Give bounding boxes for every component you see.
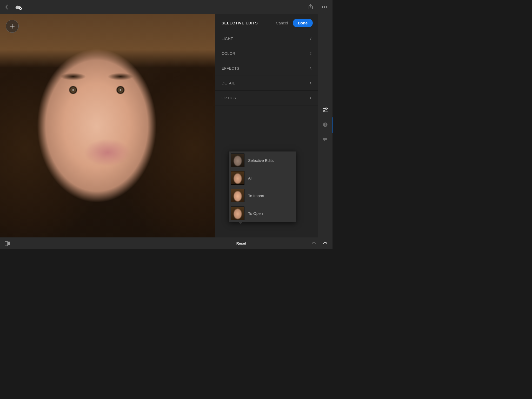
svg-point-3	[326, 6, 328, 8]
share-button[interactable]	[308, 4, 313, 10]
back-button[interactable]	[5, 4, 9, 10]
right-rail	[318, 14, 332, 237]
svg-point-7	[325, 123, 326, 124]
compare-icon	[5, 241, 10, 246]
section-label: LIGHT	[222, 37, 233, 41]
caret-left-icon	[310, 67, 312, 70]
preview-thumb	[231, 171, 244, 185]
undo-button[interactable]	[322, 241, 328, 245]
main-area: SELECTIVE EDITS Cancel Done LIGHT COLOR …	[0, 14, 332, 237]
section-effects[interactable]: EFFECTS	[215, 61, 318, 76]
svg-rect-10	[8, 242, 10, 245]
reset-button[interactable]: Reset	[236, 241, 246, 245]
info-button[interactable]	[323, 122, 328, 127]
plus-icon	[9, 23, 15, 29]
done-button[interactable]: Done	[293, 19, 313, 27]
redo-button[interactable]	[311, 241, 317, 245]
section-optics[interactable]: OPTICS	[215, 91, 318, 105]
menu-label: To Import	[248, 194, 264, 198]
reset-menu-item-open[interactable]: To Open	[229, 204, 296, 222]
more-icon	[322, 6, 328, 8]
caret-left-icon	[310, 37, 312, 40]
caret-left-icon	[310, 82, 312, 85]
top-toolbar	[0, 0, 332, 14]
cloud-add-icon	[15, 4, 22, 10]
undo-icon	[322, 241, 328, 245]
share-icon	[308, 4, 313, 10]
bottom-toolbar: Reset	[0, 237, 332, 249]
comment-button[interactable]	[323, 137, 328, 142]
caret-left-icon	[310, 52, 312, 55]
svg-rect-9	[5, 242, 7, 245]
section-label: COLOR	[222, 51, 235, 56]
caret-left-icon	[310, 96, 312, 99]
cloud-sync-button[interactable]	[15, 4, 22, 10]
section-color[interactable]: COLOR	[215, 46, 318, 61]
panel-header: SELECTIVE EDITS Cancel Done	[215, 14, 318, 31]
preview-thumb	[231, 207, 244, 220]
reset-menu-item-selective[interactable]: Selective Edits	[229, 151, 296, 169]
section-label: OPTICS	[222, 96, 236, 100]
photo-canvas[interactable]	[0, 14, 215, 237]
section-label: EFFECTS	[222, 66, 239, 70]
menu-pointer	[238, 222, 243, 224]
section-detail[interactable]: DETAIL	[215, 76, 318, 91]
sliders-icon	[322, 108, 328, 112]
svg-point-2	[324, 6, 325, 8]
more-button[interactable]	[322, 6, 328, 8]
reset-menu: Selective Edits All To Import To Open	[229, 151, 296, 222]
reset-menu-item-import[interactable]: To Import	[229, 187, 296, 204]
section-light[interactable]: LIGHT	[215, 31, 318, 46]
panel-title: SELECTIVE EDITS	[222, 21, 258, 25]
portrait-image	[0, 14, 215, 237]
redo-icon	[311, 241, 317, 245]
add-selection-button[interactable]	[6, 20, 19, 33]
menu-label: Selective Edits	[248, 158, 274, 163]
active-indicator	[332, 117, 332, 133]
svg-point-1	[322, 6, 323, 8]
compare-button[interactable]	[5, 241, 10, 246]
cancel-button[interactable]: Cancel	[276, 21, 288, 25]
svg-rect-5	[324, 110, 325, 112]
preview-thumb	[231, 154, 244, 167]
menu-label: To Open	[248, 211, 263, 216]
svg-rect-4	[326, 108, 327, 109]
reset-menu-item-all[interactable]: All	[229, 169, 296, 187]
svg-rect-8	[325, 124, 325, 126]
comment-icon	[323, 137, 328, 142]
chevron-left-icon	[5, 4, 9, 10]
menu-label: All	[248, 176, 252, 180]
adjust-tool-button[interactable]	[322, 108, 328, 112]
info-icon	[323, 122, 328, 127]
preview-thumb	[231, 189, 244, 202]
section-label: DETAIL	[222, 81, 235, 85]
